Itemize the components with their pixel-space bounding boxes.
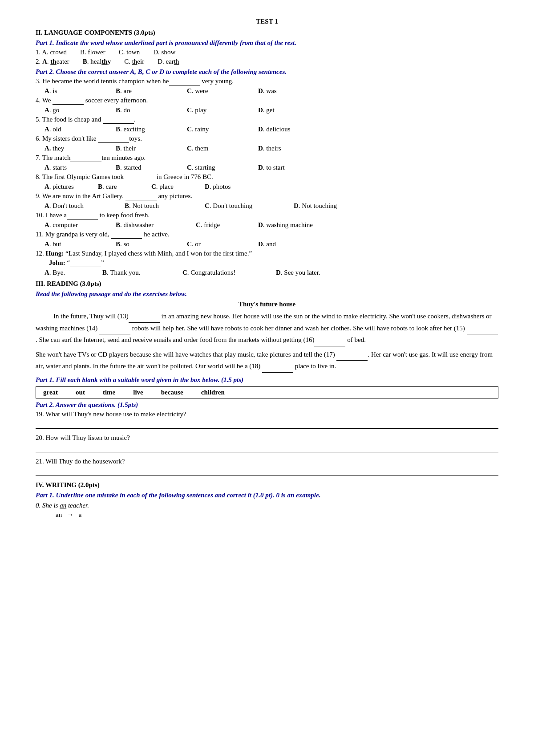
word-4: live [133,389,143,396]
question-10: 10. I have a to keep food fresh. [36,211,498,219]
q11-c: C. or [187,240,258,248]
q3-c: C. were [187,87,258,95]
reading-heading: III. READING (3.0pts) [36,280,498,288]
q5-a: A. old [44,126,116,133]
q8-a: A. pictures [44,183,98,191]
q9-c: C. Don't touching [205,202,294,210]
passage-title: Thuy's future house [36,301,498,308]
q4-a: A. go [44,106,116,114]
q3-d: D. was [258,87,329,95]
q6-c: C. them [187,145,258,152]
q7-c: C. starting [187,164,258,171]
q12-answers: A. Bye. B. Thank you. C. Congratulations… [44,269,498,276]
question-1: 1. A. crowd B. flower C. town D. show [36,49,498,56]
q11-answers: A. but B. so C. or D. and [44,240,498,248]
q3-a: A. is [44,87,116,95]
q6-a: A. they [44,145,116,152]
q12-hung-label: Hung: [46,250,64,257]
q2-a-underline: th [50,58,56,65]
q3-answers: A. is B. are C. were D. was [44,87,498,95]
part1-label: Part 1. Indicate the word whose underlin… [36,39,498,47]
q6-answers: A. they B. their C. them D. theirs [44,145,498,152]
fill-part-label: Part 1. Fill each blank with a suitable … [36,376,498,384]
q7-answers: A. starts B. started C. starting D. to s… [44,164,498,171]
word-6: children [201,389,225,396]
q10-d: D. washing machine [258,221,338,229]
question-9: 9. We are now in the Art Gallery. any pi… [36,192,498,200]
of-text: of [347,336,353,343]
q4-answers: A. go B. do C. play D. get [44,106,498,114]
q2-c: C. [111,58,132,65]
question-12: 12. Hung: “Last Sunday, I played chess w… [36,250,498,257]
q10-blank [67,211,98,219]
q5-b: B. exciting [116,126,187,133]
q8-answers: A. pictures B. care C. place D. photos [44,183,498,191]
q1-a-underline: ow [55,49,63,56]
q11-blank [111,231,142,239]
q1-c-underline: ow [128,49,136,56]
question-20: 20. How will Thuy listen to music? [36,434,498,442]
q12-c: C. Congratulations! [182,269,276,276]
q6-b: B. their [116,145,187,152]
question-19: 19. What will Thuy's new house use to ma… [36,411,498,418]
question-6: 6. My sisters don't like toys. [36,135,498,143]
q19-answer-line [36,420,498,429]
question-2: 2. A. theater B. healthy C. their D. ear… [36,58,498,65]
q1-b-underline: ow [92,49,100,56]
example-underline: an [60,502,66,509]
q11-a: A. but [44,240,116,248]
q8-c: C. place [151,183,205,191]
q5-answers: A. old B. exciting C. rainy D. delicious [44,126,498,133]
q10-c: C. fridge [196,221,258,229]
blank-15 [467,323,498,335]
q9-answers: A. Don't touch B. Not touch C. Don't tou… [44,202,498,210]
q3-b: B. are [116,87,187,95]
q12-d: D. See you later. [276,269,356,276]
word-box: great out time live because children [36,386,498,398]
q2-a-rest: eater B. heal [57,58,102,65]
page-title: TEST 1 [36,18,498,25]
q9-a: A. Don't touch [44,202,125,210]
q7-blank [70,154,101,162]
question-7: 7. The match ten minutes ago. [36,154,498,162]
q6-blank [98,135,129,143]
q8-d: D. photos [205,183,258,191]
q3-blank [169,77,200,85]
writing-heading: IV. WRITING (2.0pts) [36,481,498,489]
q4-blank [53,97,84,105]
word-5: because [161,389,183,396]
q20-answer-line [36,443,498,452]
question-11: 11. My grandpa is very old, he active. [36,231,498,239]
q11-d: D. and [258,240,329,248]
q2-c-rest: eir D. ear [137,58,174,65]
reading-part-label: Read the following passage and do the ex… [36,290,498,298]
question-21: 21. Will Thuy do the housework? [36,458,498,465]
q12-a: A. Bye. [44,269,102,276]
blank-13 [129,311,160,323]
q1-num: 1. A. cr [36,49,55,56]
q10-a: A. computer [44,221,116,229]
blank-14 [99,323,130,335]
q21-answer-line [36,467,498,476]
question-3: 3. He became the world tennis champion w… [36,77,498,85]
blank-18 [262,361,293,373]
q12-b: B. Thank you. [102,269,182,276]
q10-answers: A. computer B. dishwasher C. fridge D. w… [44,221,498,229]
q4-b: B. do [116,106,187,114]
q1-c-rest: n D. sh [137,49,167,56]
q4-c: C. play [187,106,258,114]
q2-b-underline: th [101,58,107,65]
question-5: 5. The food is cheap and . [36,116,498,124]
q9-b: B. Not touch [125,202,205,210]
example-correction: an → a [49,511,498,519]
example-sentence: 0. She is an teacher. [36,502,498,509]
question-4: 4. We soccer every afternoon. [36,97,498,105]
word-3: time [103,389,115,396]
q8-b: B. care [98,183,151,191]
part2-label: Part 2. Choose the correct answer A, B, … [36,68,498,76]
blank-16 [314,334,345,346]
q9-blank [125,192,157,200]
q8-blank [125,173,157,181]
q7-b: B. started [116,164,187,171]
q5-d: D. delicious [258,126,329,133]
